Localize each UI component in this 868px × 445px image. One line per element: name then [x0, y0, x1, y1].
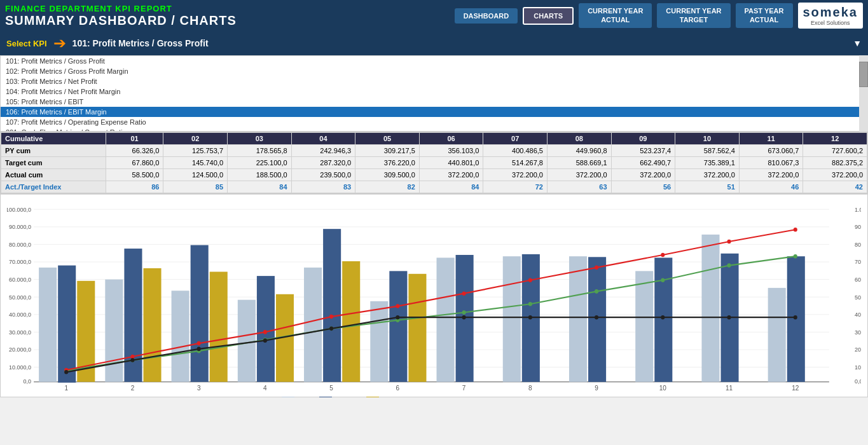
table-row: Target cum 67.860,0 145.740,0 225.100,0 … — [1, 157, 867, 169]
actual-cum-dot — [794, 315, 797, 320]
cell: 309.217,5 — [355, 145, 420, 157]
svg-text:20.000,0: 20.000,0 — [9, 346, 31, 353]
actual-cum-dot — [197, 347, 201, 352]
target-cum-dot — [528, 278, 532, 282]
py-bar-9 — [569, 256, 587, 382]
kpi-item-105[interactable]: 105: Profit Metrics / EBIT — [1, 97, 867, 107]
target-cum-dot — [727, 240, 731, 244]
cell: 440.801,0 — [419, 157, 483, 169]
actual-cum-dot — [329, 327, 333, 331]
logo-name: someka — [803, 5, 858, 20]
cell: 372.200,0 — [419, 169, 483, 181]
cell-index: 56 — [611, 181, 675, 193]
cy-target-btn[interactable]: CURRENT YEARTARGET — [657, 3, 730, 27]
py-bar-7 — [437, 257, 455, 381]
target-bar-4 — [257, 276, 275, 382]
legend-target-color — [319, 397, 332, 397]
kpi-item-106[interactable]: 106: Profit Metrics / EBIT Margin — [1, 107, 867, 117]
kpi-dropdown-btn[interactable]: ▼ — [853, 38, 862, 48]
cell: 376.220,0 — [355, 157, 420, 169]
target-cum-dot — [794, 228, 797, 232]
cell: 372.200,0 — [547, 169, 611, 181]
cell: 673.060,7 — [739, 145, 803, 157]
py-actual-btn[interactable]: PAST YEARACTUAL — [736, 3, 793, 27]
actual-cum-dot — [528, 315, 532, 320]
target-bar-6 — [389, 271, 407, 381]
cell: 662.490,7 — [611, 157, 675, 169]
cell: 287.320,0 — [291, 157, 355, 169]
cell: 242.946,3 — [291, 145, 355, 157]
svg-text:600.000,0: 600.000,0 — [855, 276, 861, 284]
kpi-item-201[interactable]: 201: Cash Flow Metrics / Current Ratio — [1, 127, 867, 132]
kpi-arrow-icon: ➔ — [53, 34, 66, 52]
actual-cum-dot — [595, 315, 598, 320]
py-bar-2 — [105, 280, 123, 382]
target-bar-3 — [191, 245, 209, 382]
svg-text:40.000,0: 40.000,0 — [9, 311, 31, 318]
target-bar-5 — [323, 229, 341, 382]
cell: 587.562,4 — [675, 145, 740, 157]
svg-text:0,0: 0,0 — [855, 378, 861, 385]
actual-bar-3 — [210, 271, 228, 381]
col-header-09: 09 — [611, 133, 675, 145]
actual-bar-5 — [342, 261, 360, 382]
col-header-07: 07 — [483, 133, 548, 145]
svg-text:1: 1 — [64, 384, 68, 390]
kpi-list: 101: Profit Metrics / Gross Profit 102: … — [0, 55, 868, 132]
py-cum-dot — [462, 310, 466, 315]
cell: 58.500,0 — [106, 169, 163, 181]
cell-index: 83 — [291, 181, 355, 193]
svg-text:700.000,0: 700.000,0 — [855, 258, 861, 266]
cumulative-table: Cumulative 01 02 03 04 05 06 07 08 09 10… — [1, 132, 867, 193]
actual-bar-2 — [143, 268, 161, 382]
cell: 372.200,0 — [611, 169, 675, 181]
target-cum-dot — [263, 330, 267, 334]
kpi-selector-row: Select KPI ➔ 101: Profit Metrics / Gross… — [0, 31, 868, 55]
kpi-list-scrollbar[interactable] — [859, 55, 868, 132]
svg-text:3: 3 — [197, 384, 201, 390]
kpi-item-107[interactable]: 107: Profit Metrics / Operating Expense … — [1, 117, 867, 127]
col-header-04: 04 — [291, 133, 355, 145]
legend-py-cum: PY cum — [414, 397, 456, 397]
svg-text:900.000,0: 900.000,0 — [855, 223, 861, 231]
legend-py: PY — [282, 397, 307, 397]
scrollbar-thumb[interactable] — [859, 62, 868, 87]
col-header-08: 08 — [547, 133, 611, 145]
svg-text:80.000,0: 80.000,0 — [9, 240, 31, 248]
svg-text:100.000,0: 100.000,0 — [7, 205, 31, 213]
cy-actual-btn[interactable]: CURRENT YEARACTUAL — [579, 3, 652, 27]
svg-text:30.000,0: 30.000,0 — [9, 328, 31, 336]
py-bar-1 — [39, 268, 57, 382]
cell-index: 85 — [163, 181, 228, 193]
target-bar-1 — [58, 266, 76, 383]
actual-bar-6 — [408, 274, 426, 382]
cell-index: 42 — [803, 181, 867, 193]
legend-target: Target — [319, 397, 354, 397]
col-header-10: 10 — [675, 133, 740, 145]
cell-index: 63 — [547, 181, 611, 193]
target-cum-dot — [661, 253, 665, 257]
kpi-current-value: 101: Profit Metrics / Gross Profit — [72, 38, 851, 48]
cell: 125.753,7 — [163, 145, 228, 157]
cell: 372.200,0 — [803, 169, 867, 181]
dashboard-btn[interactable]: DASHBOARD — [455, 8, 518, 24]
charts-btn[interactable]: CHARTS — [523, 7, 574, 25]
row-label-actual-cum: Actual cum — [1, 169, 106, 181]
cell: 188.500,0 — [228, 169, 292, 181]
table-header-row: Cumulative 01 02 03 04 05 06 07 08 09 10… — [1, 133, 867, 145]
kpi-item-104[interactable]: 104: Profit Metrics / Net Profit Margin — [1, 86, 867, 97]
svg-text:300.000,0: 300.000,0 — [855, 328, 861, 336]
kpi-item-103[interactable]: 103: Profit Metrics / Net Profit — [1, 76, 867, 86]
col-header-11: 11 — [739, 133, 803, 145]
kpi-item-101[interactable]: 101: Profit Metrics / Gross Profit — [1, 56, 867, 66]
svg-text:50.000,0: 50.000,0 — [9, 293, 31, 301]
col-header-02: 02 — [163, 133, 228, 145]
actual-cum-dot — [661, 315, 665, 320]
py-bar-10 — [635, 271, 653, 381]
table-row-index: Act./Target Index 86 85 84 83 82 84 72 6… — [1, 181, 867, 193]
svg-text:1.000.000,0: 1.000.000,0 — [855, 205, 861, 213]
col-header-03: 03 — [228, 133, 292, 145]
kpi-item-102[interactable]: 102: Profit Metrics / Gross Profit Margi… — [1, 66, 867, 76]
actual-cum-dot — [130, 358, 134, 362]
svg-text:9: 9 — [595, 384, 598, 390]
